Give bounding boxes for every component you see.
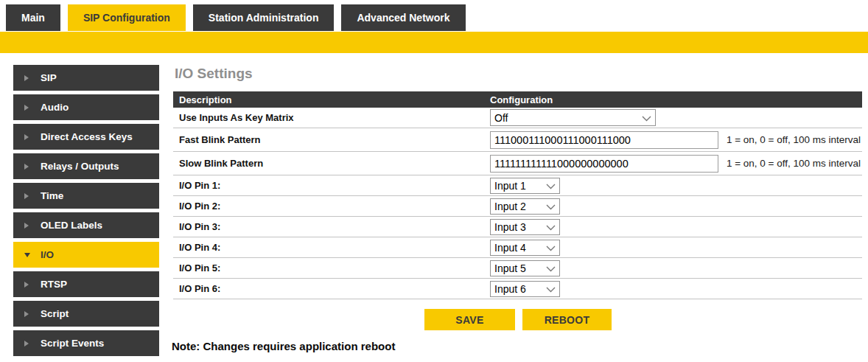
io-pin-5-select[interactable]: Input 5 xyxy=(490,260,560,276)
io-pin-4-select[interactable]: Input 4 xyxy=(490,240,560,256)
chevron-right-icon xyxy=(24,282,41,288)
io-pin-1-select[interactable]: Input 1 xyxy=(490,178,560,194)
sidebar-item-label: OLED Labels xyxy=(41,220,102,231)
row-label: I/O Pin 6: xyxy=(173,283,490,294)
blink-pattern-hint: 1 = on, 0 = off, 100 ms interval xyxy=(727,134,862,145)
chevron-right-icon xyxy=(24,164,41,170)
sidebar-item-io[interactable]: I/O xyxy=(13,242,159,268)
tab-station-administration[interactable]: Station Administration xyxy=(193,4,335,31)
main-panel: I/O Settings Description Configuration U… xyxy=(173,65,862,360)
sidebar-item-rtsp[interactable]: RTSP xyxy=(13,271,159,297)
sidebar-item-label: RTSP xyxy=(41,279,67,290)
table-row: Slow Blink Pattern 1 = on, 0 = off, 100 … xyxy=(173,152,862,175)
page-title: I/O Settings xyxy=(175,66,862,82)
reboot-note: Note: Changes requires application reboo… xyxy=(172,340,862,352)
accent-bar xyxy=(0,32,868,53)
action-buttons: SAVE REBOOT xyxy=(173,309,862,330)
table-row: I/O Pin 5: Input 5 xyxy=(173,258,862,279)
row-label: Slow Blink Pattern xyxy=(173,158,490,169)
chevron-right-icon xyxy=(24,193,41,199)
sidebar-item-sip[interactable]: SIP xyxy=(13,65,159,91)
sidebar-item-label: SIP xyxy=(41,72,57,83)
table-header-configuration: Configuration xyxy=(490,94,553,105)
sidebar: SIP Audio Direct Access Keys Relays / Ou… xyxy=(13,65,159,360)
tab-main[interactable]: Main xyxy=(6,4,60,31)
table-header-description: Description xyxy=(173,94,490,105)
save-button[interactable]: SAVE xyxy=(424,309,515,330)
table-row: Fast Blink Pattern 1 = on, 0 = off, 100 … xyxy=(173,128,862,152)
chevron-right-icon xyxy=(24,341,41,347)
row-label: I/O Pin 4: xyxy=(173,242,490,253)
sidebar-item-label: Script Events xyxy=(41,338,104,349)
sidebar-item-label: Script xyxy=(41,308,69,319)
sidebar-item-label: I/O xyxy=(41,249,54,260)
table-row: I/O Pin 3: Input 3 xyxy=(173,217,862,237)
sidebar-item-audio[interactable]: Audio xyxy=(13,94,159,120)
io-pin-6-select[interactable]: Input 6 xyxy=(490,281,560,297)
sidebar-item-time[interactable]: Time xyxy=(13,183,159,209)
sidebar-item-direct-access-keys[interactable]: Direct Access Keys xyxy=(13,124,159,150)
table-header-row: Description Configuration xyxy=(173,91,862,108)
sidebar-item-label: Relays / Outputs xyxy=(41,161,119,172)
content-area: SIP Audio Direct Access Keys Relays / Ou… xyxy=(0,53,868,360)
sidebar-item-label: Time xyxy=(41,190,63,201)
row-label: I/O Pin 3: xyxy=(173,221,490,232)
use-inputs-as-key-matrix-select[interactable]: Off xyxy=(490,109,656,126)
chevron-right-icon xyxy=(24,75,41,81)
chevron-right-icon xyxy=(24,105,41,111)
table-row: I/O Pin 2: Input 2 xyxy=(173,196,862,217)
io-pin-2-select[interactable]: Input 2 xyxy=(490,198,560,215)
table-row: I/O Pin 1: Input 1 xyxy=(173,175,862,196)
blink-pattern-hint: 1 = on, 0 = off, 100 ms interval xyxy=(727,158,862,169)
chevron-down-icon xyxy=(24,253,41,257)
sidebar-item-label: Direct Access Keys xyxy=(41,131,133,142)
fast-blink-pattern-input[interactable] xyxy=(490,131,718,149)
row-label: Use Inputs As Key Matrix xyxy=(173,112,490,123)
row-label: Fast Blink Pattern xyxy=(173,134,490,145)
table-row: I/O Pin 4: Input 4 xyxy=(173,237,862,258)
chevron-right-icon xyxy=(24,311,41,317)
tab-sip-configuration[interactable]: SIP Configuration xyxy=(68,4,186,31)
sidebar-item-script[interactable]: Script xyxy=(13,301,159,327)
row-label: I/O Pin 1: xyxy=(173,180,490,191)
io-settings-table: Description Configuration Use Inputs As … xyxy=(173,91,862,299)
chevron-right-icon xyxy=(24,223,41,229)
slow-blink-pattern-input[interactable] xyxy=(490,155,718,173)
chevron-right-icon xyxy=(24,134,41,140)
table-row: I/O Pin 6: Input 6 xyxy=(173,279,862,299)
sidebar-item-label: Audio xyxy=(41,102,69,113)
top-tab-bar: Main SIP Configuration Station Administr… xyxy=(0,0,868,31)
sidebar-item-oled-labels[interactable]: OLED Labels xyxy=(13,212,159,238)
row-label: I/O Pin 2: xyxy=(173,201,490,212)
sidebar-item-relays-outputs[interactable]: Relays / Outputs xyxy=(13,153,159,179)
tab-advanced-network[interactable]: Advanced Network xyxy=(341,4,465,31)
io-pin-3-select[interactable]: Input 3 xyxy=(490,219,560,235)
table-row: Use Inputs As Key Matrix Off xyxy=(173,108,862,128)
row-label: I/O Pin 5: xyxy=(173,262,490,274)
reboot-button[interactable]: REBOOT xyxy=(522,309,612,330)
sidebar-item-script-events[interactable]: Script Events xyxy=(13,330,159,356)
